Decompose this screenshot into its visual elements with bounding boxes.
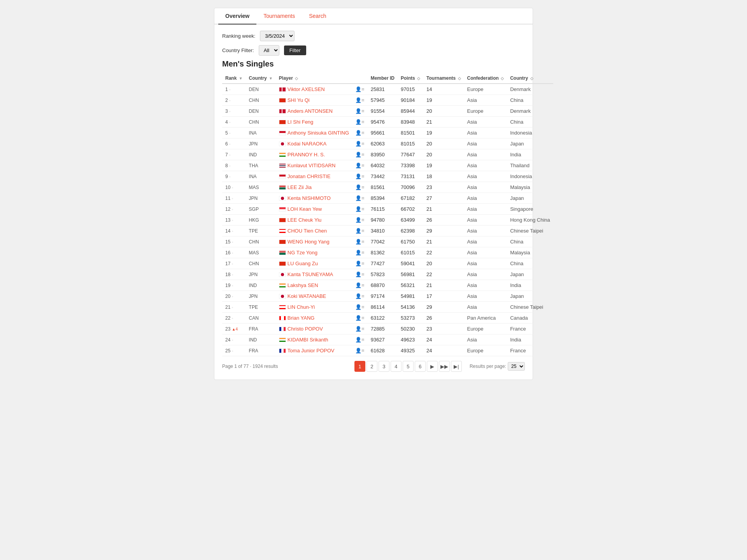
col-country-name[interactable]: Country ◇ — [507, 73, 553, 84]
player-name-link[interactable]: LOH Kean Yew — [288, 206, 322, 212]
profile-icon-cell[interactable]: 👤≡ — [352, 215, 368, 226]
player-cell[interactable]: CHOU Tien Chen — [276, 226, 352, 236]
player-cell[interactable]: Koki WATANABE — [276, 291, 352, 301]
player-cell[interactable]: LEE Cheuk Yiu — [276, 215, 352, 225]
tab-overview[interactable]: Overview — [218, 8, 256, 24]
player-cell[interactable]: Brian YANG — [276, 313, 352, 323]
player-cell[interactable]: Viktor AXELSEN — [276, 84, 352, 94]
col-rank[interactable]: Rank ▼ — [222, 73, 246, 84]
player-cell[interactable]: LIN Chun-Yi — [276, 302, 352, 312]
col-confederation[interactable]: Confederation ◇ — [464, 73, 507, 84]
player-cell[interactable]: SHI Yu Qi — [276, 95, 352, 105]
profile-icon-cell[interactable]: 👤≡ — [352, 345, 368, 356]
player-name-link[interactable]: Christo POPOV — [288, 326, 323, 332]
player-cell[interactable]: Jonatan CHRISTIE — [276, 171, 352, 182]
player-cell[interactable]: NG Tze Yong — [276, 247, 352, 258]
page-btn-6[interactable]: 6 — [415, 361, 426, 372]
results-per-page-select[interactable]: 25 — [508, 362, 525, 371]
profile-icon-cell[interactable]: 👤≡ — [352, 84, 368, 95]
page-btn-5[interactable]: 5 — [403, 361, 414, 372]
player-name-link[interactable]: WENG Hong Yang — [288, 239, 330, 245]
player-name-link[interactable]: Kunlavut VITIDSARN — [288, 163, 336, 168]
profile-icon-cell[interactable]: 👤≡ — [352, 182, 368, 193]
player-name-link[interactable]: Anthony Sinisuka GINTING — [288, 130, 349, 136]
col-country[interactable]: Country ▼ — [246, 73, 276, 84]
profile-icon-cell[interactable]: 👤≡ — [352, 334, 368, 345]
ranking-week-select[interactable]: 3/5/2024 — [260, 31, 295, 41]
country-filter-select[interactable]: All — [259, 45, 279, 56]
player-name-link[interactable]: Brian YANG — [288, 315, 315, 321]
page-next[interactable]: ▶ — [427, 361, 438, 372]
profile-icon-cell[interactable]: 👤≡ — [352, 138, 368, 149]
player-cell[interactable]: Anthony Sinisuka GINTING — [276, 128, 352, 138]
player-cell[interactable]: Kunlavut VITIDSARN — [276, 160, 352, 171]
player-cell[interactable]: LEE Zii Jia — [276, 182, 352, 192]
profile-icon-cell[interactable]: 👤≡ — [352, 117, 368, 128]
profile-icon-cell[interactable]: 👤≡ — [352, 128, 368, 138]
profile-icon-cell[interactable]: 👤≡ — [352, 291, 368, 302]
player-name-link[interactable]: SHI Yu Qi — [288, 97, 310, 103]
player-name-link[interactable]: Viktor AXELSEN — [288, 86, 325, 92]
player-name-link[interactable]: Koki WATANABE — [288, 293, 326, 299]
profile-icon-cell[interactable]: 👤≡ — [352, 95, 368, 106]
player-name-link[interactable]: Lakshya SEN — [288, 282, 318, 288]
page-btn-2[interactable]: 2 — [366, 361, 377, 372]
profile-icon-cell[interactable]: 👤≡ — [352, 160, 368, 171]
profile-icon-cell[interactable]: 👤≡ — [352, 313, 368, 324]
player-cell[interactable]: Lakshya SEN — [276, 280, 352, 290]
col-points[interactable]: Points ◇ — [398, 73, 423, 84]
player-name-link[interactable]: LEE Cheuk Yiu — [288, 217, 321, 223]
profile-icon-cell[interactable]: 👤≡ — [352, 302, 368, 313]
profile-icon-cell[interactable]: 👤≡ — [352, 193, 368, 204]
player-name-link[interactable]: LEE Zii Jia — [288, 184, 312, 190]
filter-button[interactable]: Filter — [284, 46, 306, 55]
player-cell[interactable]: KIDAMBI Srikanth — [276, 334, 352, 345]
player-cell[interactable]: WENG Hong Yang — [276, 236, 352, 247]
profile-icon-cell[interactable]: 👤≡ — [352, 247, 368, 258]
col-player[interactable]: Player ◇ — [276, 73, 352, 84]
profile-icon-cell[interactable]: 👤≡ — [352, 226, 368, 236]
page-btn-4[interactable]: 4 — [391, 361, 402, 372]
player-cell[interactable]: Anders ANTONSEN — [276, 106, 352, 116]
player-name-link[interactable]: LI Shi Feng — [288, 119, 314, 125]
player-name-link[interactable]: Toma Junior POPOV — [288, 348, 335, 354]
page-btn-1[interactable]: 1 — [354, 361, 365, 372]
player-name-link[interactable]: PRANNOY H. S. — [288, 152, 325, 158]
profile-icon-cell[interactable]: 👤≡ — [352, 280, 368, 291]
profile-icon-cell[interactable]: 👤≡ — [352, 106, 368, 117]
rank-cell: 17 ◦ — [222, 258, 246, 269]
country-name-cell: Indonesia — [507, 128, 553, 138]
profile-icon-cell[interactable]: 👤≡ — [352, 324, 368, 334]
page-last[interactable]: ▶| — [451, 361, 462, 372]
profile-icon-cell[interactable]: 👤≡ — [352, 269, 368, 280]
player-name-link[interactable]: NG Tze Yong — [288, 250, 317, 256]
player-cell[interactable]: PRANNOY H. S. — [276, 149, 352, 160]
player-cell[interactable]: LI Shi Feng — [276, 117, 352, 127]
player-cell[interactable]: LOH Kean Yew — [276, 204, 352, 214]
player-name-link[interactable]: LIN Chun-Yi — [288, 304, 315, 310]
player-name-link[interactable]: CHOU Tien Chen — [288, 228, 327, 234]
player-name-link[interactable]: Kenta NISHIMOTO — [288, 195, 331, 201]
player-cell[interactable]: LU Guang Zu — [276, 258, 352, 269]
tab-tournaments[interactable]: Tournaments — [256, 8, 302, 24]
profile-icon-cell[interactable]: 👤≡ — [352, 149, 368, 160]
player-cell[interactable]: Kodai NARAOKA — [276, 138, 352, 149]
profile-icon-cell[interactable]: 👤≡ — [352, 258, 368, 269]
page-btn-3[interactable]: 3 — [379, 361, 389, 372]
player-name-link[interactable]: Kodai NARAOKA — [288, 141, 326, 147]
col-tournaments[interactable]: Tournaments ◇ — [423, 73, 464, 84]
page-next-fast[interactable]: ▶▶ — [439, 361, 450, 372]
profile-icon-cell[interactable]: 👤≡ — [352, 204, 368, 215]
player-cell[interactable]: Toma Junior POPOV — [276, 345, 352, 356]
player-name-link[interactable]: KIDAMBI Srikanth — [288, 337, 328, 343]
player-cell[interactable]: Christo POPOV — [276, 324, 352, 334]
player-name-link[interactable]: Jonatan CHRISTIE — [288, 173, 331, 179]
tab-search[interactable]: Search — [302, 8, 333, 24]
profile-icon-cell[interactable]: 👤≡ — [352, 236, 368, 247]
player-cell[interactable]: Kenta NISHIMOTO — [276, 193, 352, 203]
player-cell[interactable]: Kanta TSUNEYAMA — [276, 269, 352, 280]
player-name-link[interactable]: Anders ANTONSEN — [288, 108, 333, 114]
player-name-link[interactable]: LU Guang Zu — [288, 261, 318, 266]
profile-icon-cell[interactable]: 👤≡ — [352, 171, 368, 182]
player-name-link[interactable]: Kanta TSUNEYAMA — [288, 271, 333, 277]
